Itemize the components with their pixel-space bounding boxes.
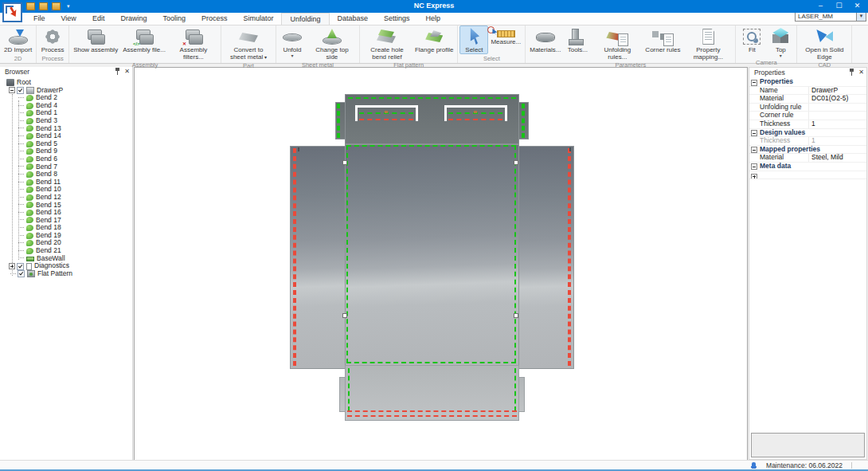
flange-profile-button[interactable]: Flange profile (412, 26, 456, 54)
assembly-filters-button[interactable]: ✕Assembly filters... (168, 26, 219, 61)
tree-item-bend-3[interactable]: Bend 3 (0, 117, 132, 125)
open-in-solid-edge-button[interactable]: Open in Solid Edge (799, 26, 850, 61)
corner-rules-button[interactable]: Corner rules (643, 26, 682, 54)
property-value[interactable]: DC01(O2-5) (808, 95, 866, 103)
select-button[interactable]: Select (459, 26, 488, 54)
maximize-button[interactable]: ☐ (830, 0, 848, 13)
property-value[interactable]: DrawerP (808, 87, 866, 95)
change-top-side-button[interactable]: Change top side (307, 26, 358, 61)
property-value[interactable]: 1 (808, 120, 866, 128)
tree-item-bend-9[interactable]: Bend 9 (0, 147, 132, 155)
minimize-button[interactable]: – (811, 0, 830, 13)
unfold-button[interactable]: Unfold▾ (278, 26, 307, 59)
checkbox[interactable] (17, 87, 24, 94)
menu-tab-edit[interactable]: Edit (84, 13, 113, 25)
show-assembly-button[interactable]: Show assembly (71, 26, 120, 54)
bottom-flange-right-notch[interactable] (518, 377, 525, 412)
zoom-select-icon (487, 26, 497, 35)
save-all-icon[interactable] (39, 2, 48, 10)
tree-item-bend-15[interactable]: Bend 15 (0, 202, 132, 210)
tree-item-bend-6[interactable]: Bend 6 (0, 155, 132, 163)
tools-button[interactable]: Tools... (563, 26, 592, 54)
unfolding-rules-button[interactable]: Unfolding rules... (592, 26, 643, 61)
collapse-box[interactable] (751, 147, 757, 153)
bend-grip-marker[interactable] (514, 160, 518, 165)
collapse-box[interactable] (751, 80, 757, 86)
menu-tab-database[interactable]: Database (330, 13, 377, 25)
tree-item-bend-13[interactable]: Bend 13 (0, 125, 132, 133)
tree-item-bend-18[interactable]: Bend 18 (0, 224, 132, 232)
collapse-box[interactable] (9, 87, 15, 93)
tree-item-bend-21[interactable]: Bend 21 (0, 247, 132, 255)
viewport[interactable] (134, 67, 748, 461)
tree-item-bend-7[interactable]: Bend 7 (0, 163, 132, 171)
tree-item-bend-17[interactable]: Bend 17 (0, 217, 132, 225)
menu-tab-settings[interactable]: Settings (376, 13, 418, 25)
tree-item-bend-8[interactable]: Bend 8 (0, 171, 132, 179)
bottom-flange-face[interactable] (345, 365, 519, 421)
left-wing-face[interactable] (290, 146, 346, 369)
tree-item-root[interactable]: Root (0, 79, 132, 87)
2d-import-button[interactable]: 2D Import (2, 26, 34, 54)
expand-box[interactable] (9, 263, 15, 269)
menu-tab-file[interactable]: File (25, 13, 53, 25)
property-value[interactable] (808, 112, 866, 120)
tree-item-bend-11[interactable]: Bend 11 (0, 179, 132, 186)
property-group-mapped-properties[interactable]: Mapped properties (749, 146, 866, 155)
tree-item-bend-4[interactable]: Bend 4 (0, 102, 132, 110)
top-button[interactable]: Top▾ (766, 26, 795, 59)
property-group-meta-data[interactable]: Meta data (749, 163, 866, 171)
tree-item-flat-pattern[interactable]: Flat Pattern (0, 270, 132, 278)
menu-tab-drawing[interactable]: Drawing (112, 13, 154, 25)
fit-button[interactable]: Fit (737, 26, 766, 54)
property-group-properties[interactable]: Properties (749, 78, 866, 87)
create-hole-bend-relief-button[interactable]: Create hole bend relief (362, 26, 412, 61)
tree-item-bend-12[interactable]: Bend 12 (0, 194, 132, 202)
title-bar: ▾ NC Express – ☐ ✕ (0, 0, 868, 13)
qat-dropdown-caret[interactable]: ▾ (67, 3, 70, 10)
save-icon[interactable] (26, 2, 35, 10)
menu-tab-process[interactable]: Process (194, 13, 236, 25)
tree-item-bend-19[interactable]: Bend 19 (0, 232, 132, 240)
close-button[interactable]: ✕ (848, 0, 866, 13)
checkbox[interactable] (18, 270, 25, 277)
checkbox[interactable] (17, 263, 24, 270)
bend-grip-marker[interactable] (342, 313, 347, 318)
chevron-down-icon[interactable]: ▼ (856, 12, 866, 21)
tree-item-bend-20[interactable]: Bend 20 (0, 239, 132, 247)
property-value[interactable] (808, 104, 866, 112)
zoom-select-button[interactable] (487, 26, 498, 35)
menu-tab-tooling[interactable]: Tooling (154, 13, 194, 25)
menu-tab-view[interactable]: View (53, 13, 84, 25)
assembly-file-button[interactable]: </>Assembly file... (120, 26, 168, 54)
property-group-design-values[interactable]: Design values (749, 129, 866, 138)
collapse-box[interactable] (751, 163, 757, 170)
bend-grip-marker[interactable] (514, 313, 518, 318)
property-value[interactable]: 1 (808, 137, 866, 145)
save-copy-icon[interactable] (52, 2, 61, 10)
collapse-box[interactable] (751, 130, 757, 136)
property-mapping-button[interactable]: Property mapping... (682, 26, 733, 61)
process-button[interactable]: Process (38, 26, 67, 54)
right-wing-face[interactable] (518, 146, 574, 369)
tree-item-bend-5[interactable]: Bend 5 (0, 140, 132, 148)
menu-tab-unfolding[interactable]: Unfolding (281, 13, 329, 25)
tree-item-bend-14[interactable]: Bend 14 (0, 132, 132, 140)
menu-tab-simulator[interactable]: Simulator (235, 13, 281, 25)
tree-item-bend-2[interactable]: Bend 2 (0, 94, 132, 102)
pin-icon[interactable] (849, 69, 854, 76)
convert-to-sheet-metal-button[interactable]: Convert to sheet metal (223, 26, 274, 62)
tree-item-bend-16[interactable]: Bend 16 (0, 209, 132, 217)
bottom-flange-left-notch[interactable] (339, 377, 346, 412)
close-panel-icon[interactable]: ✕ (858, 69, 864, 76)
expand-box[interactable] (751, 174, 757, 180)
bend-grip-marker[interactable] (342, 160, 347, 165)
property-value[interactable]: Steel, Mild (808, 154, 866, 162)
tree-item-bend-1[interactable]: Bend 1 (0, 109, 132, 117)
bend-line (348, 368, 350, 411)
tree-connector (18, 166, 24, 167)
menu-tab-help[interactable]: Help (418, 13, 449, 25)
materials-button[interactable]: Materials... (527, 26, 563, 54)
tree-item-bend-10[interactable]: Bend 10 (0, 186, 132, 194)
tree-item-drawerp[interactable]: DrawerP (0, 87, 132, 95)
